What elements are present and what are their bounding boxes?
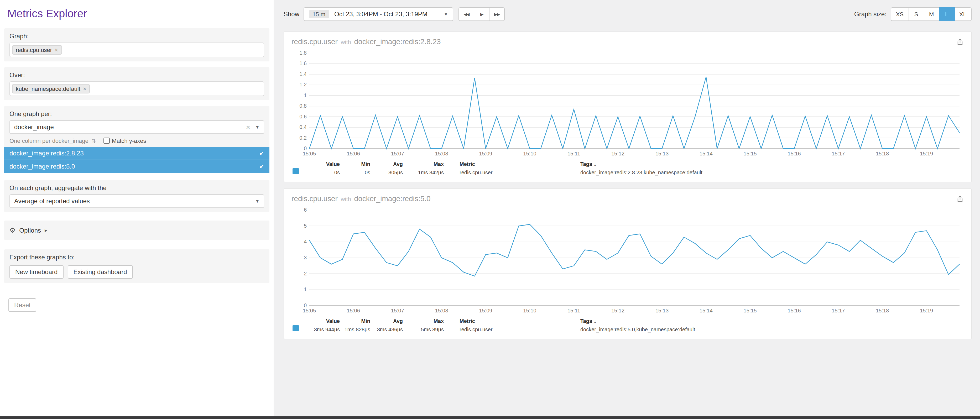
- export-section: Export these graphs to: New timeboard Ex…: [4, 249, 269, 283]
- svg-text:15:12: 15:12: [611, 308, 624, 313]
- over-label: Over:: [10, 71, 264, 79]
- play-button[interactable]: ▶: [474, 7, 490, 21]
- graph-title-metric: redis.cpu.user: [291, 37, 338, 46]
- legend-header-avg: Avg: [370, 160, 403, 168]
- svg-text:1.2: 1.2: [299, 82, 307, 87]
- size-s-button[interactable]: S: [908, 7, 924, 21]
- scope-item-redis-5-0[interactable]: docker_image:redis:5.0 ✔: [4, 160, 269, 173]
- svg-text:1.8: 1.8: [299, 50, 307, 56]
- svg-text:1: 1: [304, 286, 307, 292]
- aggregate-value: Average of reported values: [14, 197, 90, 205]
- svg-text:0.2: 0.2: [299, 135, 307, 141]
- one-graph-per-section: One graph per: docker_image × ▼ One colu…: [4, 106, 269, 173]
- remove-token-icon[interactable]: ×: [55, 47, 58, 53]
- card-header: redis.cpu.user with docker_image:redis:2…: [291, 37, 964, 48]
- graph-title-with: with: [341, 39, 351, 45]
- over-section: Over: kube_namespace:default ×: [4, 67, 269, 100]
- svg-text:15:05: 15:05: [303, 151, 316, 157]
- export-graph-icon[interactable]: [956, 195, 964, 205]
- svg-text:15:08: 15:08: [435, 151, 448, 157]
- legend-swatch-cell: [293, 325, 306, 333]
- fast-forward-button[interactable]: ▶▶: [489, 7, 505, 21]
- one-graph-per-label: One graph per:: [10, 110, 264, 117]
- sidebar: Metrics Explorer Graph: redis.cpu.user ×…: [0, 0, 274, 416]
- svg-text:15:11: 15:11: [568, 151, 580, 157]
- graph-input[interactable]: redis.cpu.user ×: [10, 43, 264, 57]
- existing-dashboard-button[interactable]: Existing dashboard: [67, 265, 133, 279]
- legend-header-value: Value: [306, 317, 340, 325]
- legend-avg: 305µs: [370, 168, 403, 176]
- legend-header-metric: Metric: [444, 317, 565, 325]
- svg-text:15:17: 15:17: [832, 308, 845, 313]
- scope-item-label: docker_image:redis:5.0: [10, 163, 75, 170]
- remove-token-icon[interactable]: ×: [83, 86, 86, 92]
- legend-header-tags[interactable]: Tags ↓: [565, 317, 964, 325]
- legend-value-row: 0s 0s 305µs 1ms 342µs redis.cpu.user doc…: [293, 168, 964, 176]
- page-title: Metrics Explorer: [7, 7, 269, 20]
- svg-text:3: 3: [304, 255, 307, 260]
- match-y-axes-input[interactable]: [103, 138, 110, 144]
- options-toggle[interactable]: ⚙ Options ▸: [10, 225, 264, 236]
- svg-text:15:13: 15:13: [655, 308, 668, 313]
- rewind-button[interactable]: ◀◀: [458, 7, 474, 21]
- sort-icon[interactable]: ⇅: [92, 138, 96, 144]
- svg-text:15:09: 15:09: [479, 151, 492, 157]
- legend-header-max: Max: [403, 160, 444, 168]
- play-icon: ▶: [480, 12, 483, 17]
- one-column-text: One column per docker_image: [10, 138, 89, 144]
- legend-header-min: Min: [340, 317, 370, 325]
- series-swatch[interactable]: [293, 168, 299, 174]
- time-range-text: Oct 23, 3:04PM - Oct 23, 3:19PM: [334, 11, 428, 18]
- legend-tags: docker_image:redis:5.0,kube_namespace:de…: [565, 325, 964, 333]
- svg-text:15:10: 15:10: [523, 308, 536, 313]
- legend-avg: 3ms 436µs: [370, 325, 403, 333]
- legend-max: 5ms 89µs: [403, 325, 444, 333]
- cpu-line-chart[interactable]: 012345615:0515:0615:0715:0815:0915:1015:…: [291, 206, 964, 314]
- svg-text:15:12: 15:12: [611, 151, 624, 157]
- legend-header-min: Min: [340, 160, 370, 168]
- svg-text:15:10: 15:10: [523, 151, 536, 157]
- svg-text:1: 1: [304, 92, 307, 98]
- export-label: Export these graphs to:: [10, 254, 264, 261]
- svg-text:15:15: 15:15: [744, 308, 757, 313]
- match-y-axes-checkbox[interactable]: Match y-axes: [103, 138, 146, 144]
- graph-title: redis.cpu.user with docker_image:redis:2…: [291, 37, 441, 46]
- size-m-button[interactable]: M: [924, 7, 939, 21]
- column-config-row: One column per docker_image ⇅ Match y-ax…: [10, 138, 264, 144]
- select-controls: × ▼: [246, 123, 259, 131]
- over-input[interactable]: kube_namespace:default ×: [10, 81, 264, 96]
- legend-max: 1ms 342µs: [403, 168, 444, 176]
- size-l-button[interactable]: L: [939, 7, 955, 21]
- reset-button[interactable]: Reset: [8, 298, 37, 312]
- main-content: Show 15 m Oct 23, 3:04PM - Oct 23, 3:19P…: [274, 0, 980, 419]
- export-graph-icon[interactable]: [956, 38, 964, 48]
- gear-icon: ⚙: [10, 226, 16, 234]
- metrics-explorer-app: Metrics Explorer Graph: redis.cpu.user ×…: [0, 0, 980, 419]
- series-swatch[interactable]: [293, 325, 299, 331]
- legend-swatch-cell: [293, 168, 306, 176]
- svg-text:15:15: 15:15: [744, 151, 757, 157]
- graph-size-label: Graph size:: [854, 11, 886, 18]
- legend-header-value: Value: [306, 160, 340, 168]
- card-header: redis.cpu.user with docker_image:redis:5…: [291, 194, 964, 205]
- legend-header-tags[interactable]: Tags ↓: [565, 160, 964, 168]
- svg-text:15:18: 15:18: [876, 151, 889, 157]
- options-section: ⚙ Options ▸: [4, 221, 269, 240]
- export-buttons: New timeboard Existing dashboard: [10, 265, 264, 279]
- chevron-down-icon[interactable]: ▼: [255, 125, 259, 129]
- new-timeboard-button[interactable]: New timeboard: [10, 265, 63, 279]
- aggregate-select[interactable]: Average of reported values ▼: [10, 194, 264, 208]
- svg-text:15:19: 15:19: [920, 151, 933, 157]
- legend-header-max: Max: [403, 317, 444, 325]
- time-range-picker[interactable]: 15 m Oct 23, 3:04PM - Oct 23, 3:19PM ▼: [304, 7, 453, 21]
- size-xl-button[interactable]: XL: [954, 7, 972, 21]
- size-xs-button[interactable]: XS: [891, 7, 909, 21]
- legend: Value Min Avg Max Metric Tags ↓ 3ms 944µ…: [291, 317, 964, 333]
- cpu-line-chart[interactable]: 00.20.40.60.811.21.41.61.815:0515:0615:0…: [291, 49, 964, 157]
- one-graph-per-select[interactable]: docker_image × ▼: [10, 120, 264, 134]
- clear-icon[interactable]: ×: [246, 123, 250, 131]
- scope-item-redis-2-8-23[interactable]: docker_image:redis:2.8.23 ✔: [4, 147, 269, 160]
- legend-header-avg: Avg: [370, 317, 403, 325]
- over-token: kube_namespace:default ×: [12, 84, 90, 94]
- rewind-icon: ◀◀: [464, 12, 469, 17]
